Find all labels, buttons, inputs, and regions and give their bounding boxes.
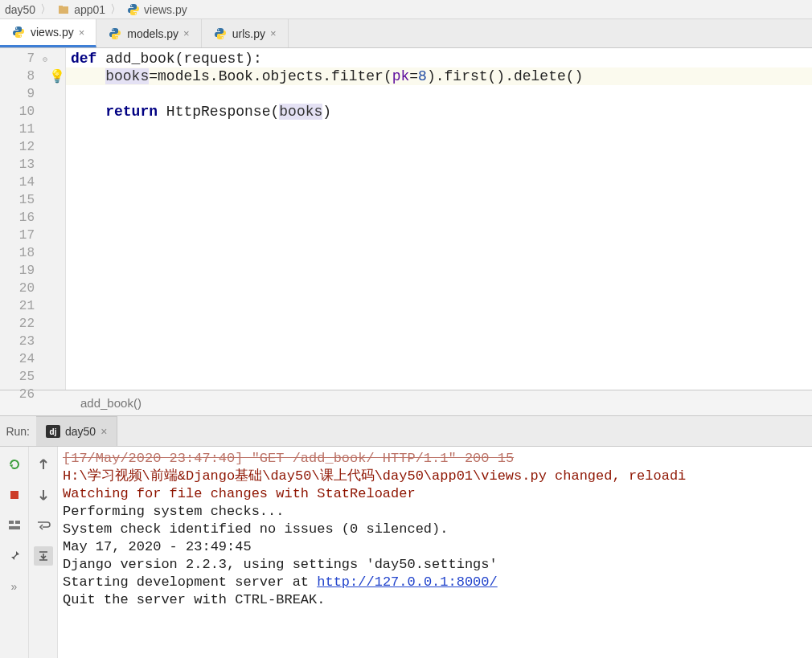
code-line[interactable] <box>66 368 812 386</box>
chevron-right-icon: 〉 <box>110 2 121 17</box>
run-toolbar-left: » <box>0 447 29 658</box>
run-console: » [17/May/2020 23:47:40] "GET /add_book/… <box>0 447 812 658</box>
line-number: 15 <box>0 191 35 209</box>
line-number-gutter: 7⊖8💡91011121314151617181920212223242526 <box>0 48 66 390</box>
intention-bulb-icon[interactable]: 💡 <box>49 68 64 83</box>
code-line[interactable] <box>66 138 812 156</box>
close-icon[interactable]: × <box>270 27 277 39</box>
svg-point-2 <box>131 5 133 6</box>
python-file-icon <box>11 26 26 39</box>
tab-urls[interactable]: urls.py × <box>202 19 289 47</box>
line-number: 24 <box>0 350 35 368</box>
line-number: 9 <box>0 85 35 103</box>
fold-icon[interactable]: ⊖ <box>38 51 47 61</box>
python-file-icon <box>213 27 228 40</box>
line-number: 16 <box>0 209 35 227</box>
server-url-link[interactable]: http://127.0.0.1:8000/ <box>317 574 497 590</box>
tab-label: urls.py <box>232 27 265 40</box>
code-line[interactable] <box>66 121 812 138</box>
line-number: 7⊖ <box>0 50 35 67</box>
code-line[interactable]: def add_book(request): <box>66 50 812 67</box>
code-line[interactable]: books=models.Book.objects.filter(pk=8).f… <box>66 67 812 85</box>
function-breadcrumb[interactable]: add_book() <box>0 390 812 416</box>
breadcrumb-item[interactable]: views.py <box>126 3 187 16</box>
stop-button[interactable] <box>5 485 24 505</box>
breadcrumb-label: app01 <box>74 3 105 16</box>
console-output[interactable]: [17/May/2020 23:47:40] "GET /add_book/ H… <box>58 447 812 658</box>
tab-models[interactable]: models.py × <box>96 19 201 47</box>
console-line: Quit the server with CTRL-BREAK. <box>63 591 807 609</box>
line-number: 18 <box>0 244 35 262</box>
code-line[interactable] <box>66 315 812 333</box>
line-number: 17 <box>0 227 35 244</box>
breadcrumb-item[interactable]: app01 <box>56 3 105 16</box>
code-line[interactable] <box>66 227 812 244</box>
code-line[interactable]: return HttpResponse(books) <box>66 103 812 121</box>
breadcrumb-label: day50 <box>5 3 35 16</box>
console-line: System check identified no issues (0 sil… <box>63 521 807 538</box>
run-panel-label: Run: <box>0 416 36 446</box>
scroll-to-end-button[interactable] <box>34 546 53 566</box>
svg-point-5 <box>20 35 22 37</box>
run-config-label: day50 <box>65 425 96 438</box>
layout-button[interactable] <box>5 516 24 535</box>
more-button[interactable]: » <box>5 577 24 596</box>
line-number: 21 <box>0 297 35 315</box>
scroll-down-button[interactable] <box>34 485 53 505</box>
console-line: May 17, 2020 - 23:49:45 <box>63 538 807 556</box>
svg-rect-13 <box>9 526 20 529</box>
code-line[interactable] <box>66 280 812 297</box>
editor[interactable]: 7⊖8💡91011121314151617181920212223242526 … <box>0 48 812 390</box>
close-icon[interactable]: × <box>183 27 190 39</box>
scroll-up-button[interactable] <box>34 455 53 474</box>
console-line: Watching for file changes with StatReloa… <box>63 485 807 503</box>
line-number: 8💡 <box>0 67 35 85</box>
line-number: 20 <box>0 280 35 297</box>
line-number: 22 <box>0 315 35 333</box>
python-file-icon <box>126 3 141 16</box>
svg-point-7 <box>117 37 118 39</box>
console-line: Starting development server at http://12… <box>63 574 807 591</box>
line-number: 25 <box>0 368 35 386</box>
console-line: [17/May/2020 23:47:40] "GET /add_book/ H… <box>63 450 807 468</box>
soft-wrap-button[interactable] <box>34 516 53 535</box>
svg-point-8 <box>217 29 219 31</box>
code-line[interactable] <box>66 297 812 315</box>
line-number: 12 <box>0 138 35 156</box>
code-line[interactable] <box>66 156 812 174</box>
django-icon: dj <box>46 425 60 438</box>
svg-rect-12 <box>15 521 20 524</box>
chevron-right-icon: 〉 <box>40 2 51 17</box>
function-breadcrumb-label: add_book() <box>80 396 141 410</box>
code-line[interactable] <box>66 350 812 368</box>
folder-icon <box>56 3 71 16</box>
line-number: 26 <box>0 386 35 403</box>
line-number: 13 <box>0 156 35 174</box>
code-line[interactable] <box>66 191 812 209</box>
run-config-tab[interactable]: dj day50 × <box>36 416 117 446</box>
code-line[interactable] <box>66 174 812 191</box>
code-content[interactable]: def add_book(request): books=models.Book… <box>66 48 812 390</box>
tab-views[interactable]: views.py × <box>0 19 96 47</box>
line-number: 10 <box>0 103 35 121</box>
line-number: 14 <box>0 174 35 191</box>
breadcrumb-item[interactable]: day50 <box>5 3 35 16</box>
svg-point-6 <box>113 29 114 31</box>
svg-point-4 <box>16 27 18 29</box>
code-line[interactable] <box>66 262 812 280</box>
code-line[interactable] <box>66 85 812 103</box>
editor-tabs: views.py × models.py × urls.py × <box>0 19 812 48</box>
code-line[interactable] <box>66 386 812 390</box>
rerun-button[interactable] <box>5 455 24 474</box>
console-line: Django version 2.2.3, using settings 'da… <box>63 556 807 574</box>
breadcrumb-label: views.py <box>144 3 187 16</box>
code-line[interactable] <box>66 209 812 227</box>
close-icon[interactable]: × <box>100 425 107 438</box>
close-icon[interactable]: × <box>79 27 85 39</box>
line-number: 19 <box>0 262 35 280</box>
line-number: 23 <box>0 333 35 350</box>
code-line[interactable] <box>66 244 812 262</box>
run-toolbar-console <box>29 447 58 658</box>
pin-button[interactable] <box>5 546 24 566</box>
code-line[interactable] <box>66 333 812 350</box>
